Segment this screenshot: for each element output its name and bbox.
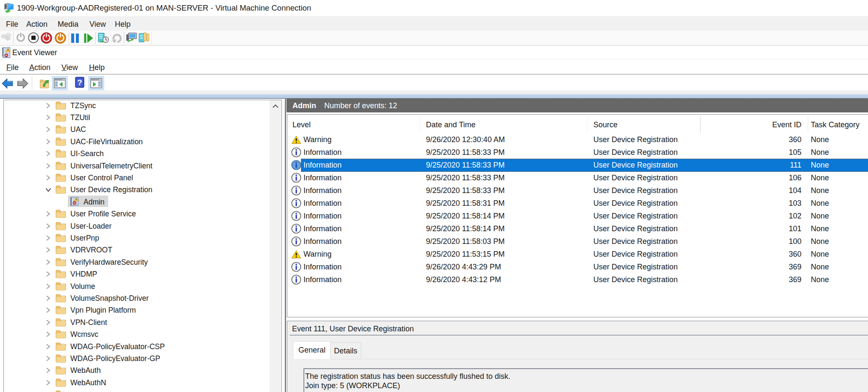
svg-text:?: ? <box>77 78 82 87</box>
